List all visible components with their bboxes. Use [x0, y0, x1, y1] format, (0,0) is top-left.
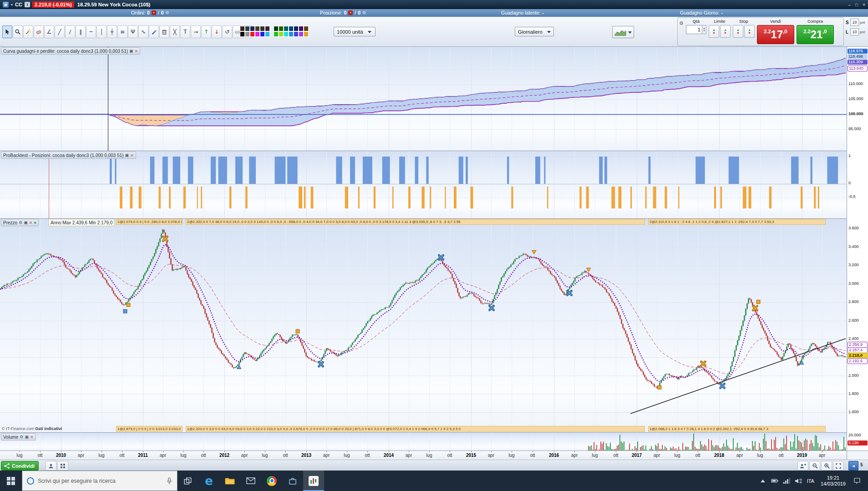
positions-panel-header[interactable]: ProBacktest - Posizioni: cocoa daily don…: [1, 152, 136, 159]
palette-color[interactable]: [289, 26, 294, 31]
add-contact-button[interactable]: [797, 461, 808, 471]
positions-chart-canvas[interactable]: [0, 151, 847, 218]
minimize-icon[interactable]: –: [848, 2, 851, 7]
limit-points-input[interactable]: 10: [850, 28, 859, 35]
restore-icon[interactable]: □: [855, 2, 858, 7]
taskbar-app-mail[interactable]: [240, 471, 261, 491]
orders-settings-icon[interactable]: ⚙: [166, 10, 169, 15]
taskbar-app-file-explorer[interactable]: [219, 471, 240, 491]
zoom-out-button[interactable]: [809, 461, 820, 471]
price-panel-header[interactable]: Prezzo ⚙ ▣ × +: [1, 219, 39, 226]
text-tool[interactable]: T: [180, 25, 190, 38]
panel-window-icon[interactable]: ▣: [24, 220, 28, 225]
sell-marker-tool[interactable]: ↓: [212, 25, 222, 38]
buy-limit-button[interactable]: ▲▼: [709, 25, 719, 38]
palette-color[interactable]: [294, 26, 299, 31]
chart-style-button[interactable]: [612, 26, 634, 38]
quantity-input[interactable]: 1: [686, 25, 702, 34]
share-button[interactable]: Condividi: [1, 461, 39, 471]
horizontal-line-tool[interactable]: ─: [86, 25, 96, 38]
volume-panel[interactable]: Volume ⚙ ▣ ×: [0, 432, 847, 451]
palette-color[interactable]: [260, 31, 265, 37]
stop-points-input[interactable]: 10: [850, 19, 859, 26]
panel-window-icon[interactable]: ▣: [125, 153, 129, 157]
price-axis[interactable]: 110.000105.000100.00095.000118.976118.49…: [847, 47, 868, 451]
info-icon[interactable]: i: [25, 2, 30, 7]
add-indicator-icon[interactable]: +: [34, 220, 36, 225]
network-icon[interactable]: [781, 478, 792, 484]
palette-color[interactable]: [245, 26, 250, 31]
sell-button[interactable]: 2.2 17 ,0: [757, 25, 794, 44]
position-settings-icon[interactable]: ⚙: [362, 10, 366, 15]
zoom-in-button[interactable]: [821, 461, 832, 471]
palette-color[interactable]: [265, 31, 270, 37]
backtest-positions-panel[interactable]: ProBacktest - Posizioni: cocoa daily don…: [0, 151, 847, 218]
volume-panel-header[interactable]: Volume ⚙ ▣ ×: [1, 433, 36, 440]
taskbar-app-chrome[interactable]: [261, 471, 282, 491]
palette-color[interactable]: [294, 31, 299, 37]
palette-color[interactable]: [304, 31, 309, 37]
microphone-icon[interactable]: [166, 477, 173, 485]
instrument-dropdown-caret[interactable]: ▾: [11, 3, 13, 7]
panel-close-icon[interactable]: ×: [130, 153, 134, 157]
palette-color[interactable]: [260, 26, 265, 31]
arrow-tool[interactable]: →: [191, 25, 201, 38]
panel-close-icon[interactable]: ×: [30, 435, 34, 439]
sell-limit-button[interactable]: ▲▼: [720, 25, 731, 38]
palette-color[interactable]: [265, 26, 270, 31]
close-position-icon[interactable]: ×: [348, 10, 353, 15]
tray-expand-icon[interactable]: [757, 479, 769, 482]
trendline-tool[interactable]: ╱: [55, 25, 65, 38]
palette-color[interactable]: [304, 26, 309, 31]
search-input[interactable]: Scrivi qui per eseguire la ricerca: [22, 471, 178, 491]
time-axis[interactable]: lugott2010aprlugott2011aprlugott2012aprl…: [0, 451, 847, 460]
palette-color[interactable]: [289, 31, 294, 37]
equity-panel[interactable]: Curva guadagni e perdite: cocoa daily do…: [0, 47, 847, 151]
language-indicator[interactable]: ITA: [804, 478, 817, 484]
cancel-orders-icon[interactable]: ×: [152, 10, 156, 15]
palette-color[interactable]: [299, 31, 304, 37]
palette-color[interactable]: [255, 26, 260, 31]
panel-window-icon[interactable]: ▣: [129, 49, 133, 53]
vertical-line-tool[interactable]: │: [96, 25, 107, 38]
wrench-icon[interactable]: ⚙: [20, 435, 23, 439]
volume-chart-canvas[interactable]: [0, 433, 847, 451]
stop-points-row[interactable]: S 10 pnt: [846, 19, 868, 26]
palette-color[interactable]: [274, 26, 279, 31]
buy-button[interactable]: 2.2 21 ,0: [797, 25, 834, 44]
cross-tool[interactable]: ┼: [107, 25, 117, 38]
palette-color[interactable]: [255, 31, 260, 37]
eraser-tool[interactable]: [34, 25, 44, 38]
limit-points-row[interactable]: L 10 pnt: [846, 28, 868, 35]
sell-stop-button[interactable]: ▲▼: [744, 25, 755, 38]
magic-wand-tool[interactable]: [23, 25, 33, 38]
wrench-icon[interactable]: ⚙: [19, 220, 22, 225]
zigzag-tool[interactable]: ∿: [138, 25, 148, 38]
taskbar-app-edge[interactable]: e: [198, 471, 219, 491]
unlink-tool[interactable]: ╳: [170, 25, 180, 38]
palette-color[interactable]: [279, 31, 284, 37]
palette-color[interactable]: [284, 26, 289, 31]
units-select[interactable]: 10000 unità: [334, 27, 376, 36]
taskbar-app-store[interactable]: [282, 471, 303, 491]
trash-tool[interactable]: [159, 25, 169, 38]
speaker-icon[interactable]: [792, 478, 804, 484]
notification-center-button[interactable]: [849, 477, 865, 484]
palette-color[interactable]: [279, 26, 284, 31]
panel-close-icon[interactable]: ×: [29, 220, 33, 225]
panel-window-icon[interactable]: ▣: [25, 435, 29, 439]
pointer-tool[interactable]: [2, 25, 12, 38]
palette-color[interactable]: [284, 31, 289, 37]
price-chart-canvas[interactable]: [0, 219, 847, 432]
price-panel[interactable]: Prezzo ⚙ ▣ × + Anno:Max 2.439,6 Min 2.17…: [0, 218, 847, 432]
panel-close-icon[interactable]: ×: [135, 49, 138, 53]
zoom-tool[interactable]: [13, 25, 23, 38]
pitchfork-tool[interactable]: Ψ: [128, 25, 138, 38]
palette-color[interactable]: [250, 31, 255, 37]
wrench-icon[interactable]: ⚙: [679, 20, 684, 26]
palette-color[interactable]: [240, 26, 245, 31]
close-icon[interactable]: ×: [863, 2, 865, 7]
fibonacci-tool[interactable]: ≡: [117, 25, 127, 38]
measure-tool[interactable]: ∠: [44, 25, 54, 38]
palette-color[interactable]: [250, 26, 255, 31]
